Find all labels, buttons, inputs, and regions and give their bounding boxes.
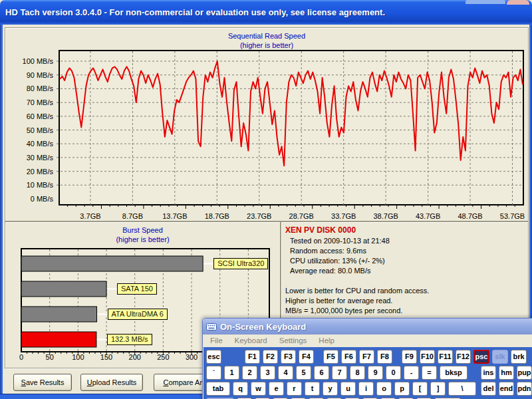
key-F8[interactable]: F8 xyxy=(377,350,392,364)
burst-bar-label: 132.3 MB/s xyxy=(107,334,152,345)
key-F5[interactable]: F5 xyxy=(323,350,338,364)
seq-x-tick-label: 23.7GB xyxy=(239,212,279,220)
key--[interactable]: - xyxy=(404,366,419,380)
key-F12[interactable]: F12 xyxy=(456,350,471,364)
burst-x-tick-label: 200 xyxy=(125,353,145,361)
osk-menu-settings[interactable]: Settings xyxy=(273,336,313,345)
key-F4[interactable]: F4 xyxy=(299,350,314,364)
key-o[interactable]: o xyxy=(376,382,392,396)
seq-y-tick-label: 60 MB/s xyxy=(8,112,53,120)
key-del[interactable]: del xyxy=(481,382,496,396)
seq-x-tick-label: 8.7GB xyxy=(112,212,152,220)
osk-key-row-2: `1234567890-=bkspinshmpup xyxy=(206,366,532,380)
save-results-button[interactable]: Save Results xyxy=(13,374,72,391)
hdtach-window-title: HD Tach version 3.0.4.0 - For non-commer… xyxy=(5,7,385,17)
key-4[interactable]: 4 xyxy=(278,366,293,380)
key-e[interactable]: e xyxy=(269,382,284,396)
seq-x-tick-label: 28.7GB xyxy=(281,212,321,220)
key-esc[interactable]: esc xyxy=(206,350,221,364)
key-F3[interactable]: F3 xyxy=(281,350,296,364)
burst-bar-label: ATA UltraDMA 6 xyxy=(108,309,168,320)
key-hm[interactable]: hm xyxy=(499,366,514,380)
drive-stat-line: Tested on 2009-10-13 at 21:48 xyxy=(290,237,390,245)
seq-y-tick-label: 50 MB/s xyxy=(8,126,53,134)
on-screen-keyboard-window: On-Screen Keyboard FileKeyboardSettingsH… xyxy=(202,318,532,399)
osk-menu-file[interactable]: File xyxy=(204,336,229,345)
key-r[interactable]: r xyxy=(287,382,302,396)
key-w[interactable]: w xyxy=(251,382,266,396)
upload-results-button[interactable]: Upload Results xyxy=(80,374,143,391)
seq-x-tick-label: 38.7GB xyxy=(366,212,406,220)
drive-stat-line: Average read: 80.0 MB/s xyxy=(290,267,370,275)
seq-x-tick-label: 3.7GB xyxy=(70,212,110,220)
seq-y-tick-label: 100 MB/s xyxy=(8,57,53,65)
osk-menu-help[interactable]: Help xyxy=(313,336,340,345)
key-t[interactable]: t xyxy=(305,382,320,396)
key-0[interactable]: 0 xyxy=(386,366,401,380)
key-bksp[interactable]: bksp xyxy=(440,366,467,380)
key-9[interactable]: 9 xyxy=(368,366,383,380)
key-[[interactable]: [ xyxy=(412,382,428,396)
seq-x-tick-label: 13.7GB xyxy=(155,212,195,220)
key-tab[interactable]: tab xyxy=(206,382,230,396)
key-i[interactable]: i xyxy=(358,382,374,396)
key-8[interactable]: 8 xyxy=(350,366,365,380)
burst-x-tick-label: 50 xyxy=(40,353,60,361)
drive-note-line: Lower is better for CPU and random acces… xyxy=(285,287,429,295)
key-3[interactable]: 3 xyxy=(260,366,275,380)
seq-chart-subtitle: (higher is better) xyxy=(5,41,528,49)
drive-stat-line: CPU utilization: 13% (+/- 2%) xyxy=(290,257,385,265)
burst-x-tick-label: 0 xyxy=(11,353,31,361)
burst-chart-title: Burst Speed xyxy=(5,226,280,234)
hdtach-titlebar[interactable]: HD Tach version 3.0.4.0 - For non-commer… xyxy=(0,0,532,25)
key-F11[interactable]: F11 xyxy=(438,350,453,364)
osk-window-title: On-Screen Keyboard xyxy=(220,322,306,332)
key-pdn[interactable]: pdn xyxy=(517,382,532,396)
key-p[interactable]: p xyxy=(394,382,410,396)
seq-y-tick-label: 40 MB/s xyxy=(8,140,53,148)
seq-y-tick-label: 80 MB/s xyxy=(8,84,53,92)
key-q[interactable]: q xyxy=(233,382,248,396)
key-][interactable]: ] xyxy=(430,382,446,396)
seq-y-tick-label: 10 MB/s xyxy=(8,181,53,189)
key-u[interactable]: u xyxy=(340,382,356,396)
key-F2[interactable]: F2 xyxy=(263,350,278,364)
seq-chart-title: Sequential Read Speed xyxy=(5,32,528,40)
sequential-read-chart xyxy=(55,49,527,211)
key-1[interactable]: 1 xyxy=(224,366,239,380)
osk-menubar: FileKeyboardSettingsHelp xyxy=(203,334,532,346)
key-2[interactable]: 2 xyxy=(242,366,257,380)
key-\[interactable]: \ xyxy=(448,382,476,396)
osk-key-row-1: escF1F2F3F4F5F6F7F8F9F10F11F12pscslkbrk xyxy=(206,350,532,364)
key-F1[interactable]: F1 xyxy=(245,350,260,364)
burst-x-tick-label: 250 xyxy=(153,353,173,361)
key-=[interactable]: = xyxy=(422,366,437,380)
burst-x-tick-label: 300 xyxy=(182,353,201,361)
seq-x-tick-label: 18.7GB xyxy=(197,212,237,220)
key-5[interactable]: 5 xyxy=(296,366,311,380)
key-F6[interactable]: F6 xyxy=(341,350,356,364)
key-psc[interactable]: psc xyxy=(473,350,489,364)
keyboard-icon xyxy=(206,323,217,331)
osk-titlebar[interactable]: On-Screen Keyboard xyxy=(203,319,532,334)
osk-key-area: escF1F2F3F4F5F6F7F8F9F10F11F12pscslkbrk`… xyxy=(203,347,532,399)
seq-x-tick-label: 48.7GB xyxy=(450,212,490,220)
key-y[interactable]: y xyxy=(323,382,338,396)
key-F10[interactable]: F10 xyxy=(420,350,435,364)
seq-x-axis-labels: 3.7GB8.7GB13.7GB18.7GB23.7GB28.7GB33.7GB… xyxy=(5,212,528,221)
key-ins[interactable]: ins xyxy=(481,366,496,380)
key-F9[interactable]: F9 xyxy=(402,350,417,364)
key-7[interactable]: 7 xyxy=(332,366,347,380)
background-window-fragment xyxy=(466,0,505,4)
seq-y-tick-label: 30 MB/s xyxy=(8,154,53,162)
hdtach-frame-left xyxy=(0,25,3,399)
key-brk[interactable]: brk xyxy=(511,350,527,364)
key-slk[interactable]: slk xyxy=(492,350,508,364)
key-end[interactable]: end xyxy=(499,382,514,396)
key-pup[interactable]: pup xyxy=(517,366,532,380)
key-6[interactable]: 6 xyxy=(314,366,329,380)
key-`[interactable]: ` xyxy=(206,366,221,380)
drive-note-line: Higher is better for average read. xyxy=(285,297,392,305)
key-F7[interactable]: F7 xyxy=(359,350,374,364)
osk-menu-keyboard[interactable]: Keyboard xyxy=(229,336,273,345)
